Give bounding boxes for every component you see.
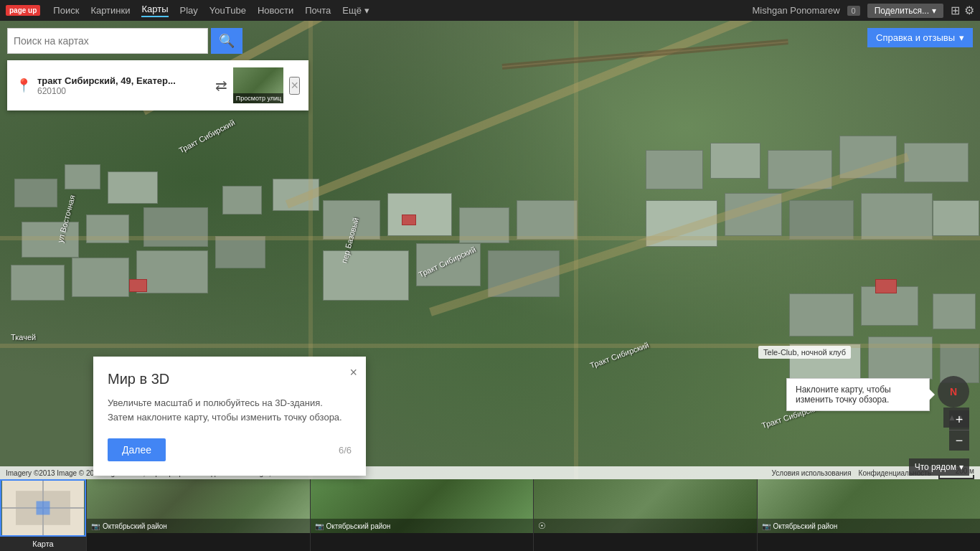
photo-district-label-1: Октябрьский район	[103, 522, 167, 530]
terms-link[interactable]: Условия использования	[772, 469, 852, 477]
bottom-strip: Карта 📷 Октябрьский район 📷 Октябрьский …	[0, 479, 980, 551]
photo-thumb-1[interactable]: 📷 Октябрьский район	[86, 479, 310, 551]
dialog-title: Мир в 3D	[108, 371, 352, 387]
street-view-thumb[interactable]: Просмотр улиц	[233, 67, 283, 103]
photo-thumb-3[interactable]: ☉	[533, 479, 757, 551]
directions-icon[interactable]: ⇄	[215, 77, 227, 94]
help-button[interactable]: Справка и отзывы ▾	[867, 28, 973, 47]
nav-play[interactable]: Play	[180, 5, 198, 16]
photo-bg-3: ☉	[534, 479, 757, 533]
nearby-label: Что рядом	[915, 462, 956, 472]
nearby-arrow: ▾	[959, 462, 963, 472]
search-input-wrap	[7, 28, 208, 54]
nav-right: Mishgan Ponomarew 0 Поделиться... ▾ ⊞ ⚙	[752, 4, 974, 18]
map-mini-svg	[1, 481, 85, 535]
zoom-controls: + −	[949, 410, 969, 451]
user-name: Mishgan Ponomarew	[752, 5, 839, 16]
nav-youtube[interactable]: YouTube	[209, 5, 246, 16]
search-button[interactable]: 🔍	[211, 28, 242, 54]
nav-news[interactable]: Новости	[258, 5, 293, 16]
search-box: 🔍	[7, 28, 242, 54]
search-icon: 🔍	[219, 33, 235, 49]
page-up-badge: page up	[6, 5, 40, 16]
location-sub: 620100	[37, 86, 209, 96]
search-input[interactable]	[14, 35, 202, 47]
share-label: Поделиться...	[875, 6, 929, 16]
nav-images[interactable]: Картинки	[90, 5, 130, 16]
top-navigation: page up Поиск Картинки Карты Play YouTub…	[0, 0, 980, 21]
dialog-page-indicator: 6/6	[339, 445, 352, 456]
nav-mail[interactable]: Почта	[305, 5, 331, 16]
grid-icon[interactable]: ⊞	[951, 4, 960, 17]
camera-icon-2: 📷	[315, 522, 324, 530]
map-mini-preview	[0, 479, 86, 537]
street-view-label: Просмотр улиц	[233, 93, 283, 103]
dialog-footer: Далее 6/6	[108, 438, 352, 461]
nav-more[interactable]: Ещё ▾	[342, 5, 369, 16]
settings-icon[interactable]: ⚙	[964, 4, 974, 17]
photo-district-label-4: Октябрьский район	[773, 522, 838, 530]
notification-badge[interactable]: 0	[847, 6, 860, 16]
tele-club-label: Tele-Club, ночной клуб	[758, 346, 851, 359]
map-container[interactable]: Тракт Сибирский Тракт Сибирский Тракт Си…	[0, 21, 980, 551]
compass-north-indicator: N	[950, 386, 957, 397]
map-thumb-label: Карта	[0, 537, 86, 551]
camera-icon-4: 📷	[762, 522, 771, 530]
tilt-tooltip-arrow	[929, 389, 935, 400]
photo-bg-1: 📷 Октябрьский район	[87, 479, 310, 533]
dialog-close-button[interactable]: ×	[349, 365, 357, 380]
tilt-tooltip-text: Наклоните карту, чтобы изменить точку об…	[796, 385, 891, 405]
help-label: Справка и отзывы	[876, 32, 955, 43]
tilt-tooltip: Наклоните карту, чтобы изменить точку об…	[786, 378, 930, 411]
location-name: тракт Сибирский, 49, Екатер...	[37, 75, 209, 86]
dialog-next-button[interactable]: Далее	[108, 438, 166, 461]
dialog-body: Увеличьте масштаб и полюбуйтесь на 3D-зд…	[108, 396, 352, 424]
zoom-out-button[interactable]: −	[949, 430, 969, 451]
camera-icon-1: 📷	[91, 522, 100, 530]
share-button[interactable]: Поделиться... ▾	[867, 4, 943, 18]
photo-thumb-2[interactable]: 📷 Октябрьский район	[310, 479, 534, 551]
3d-dialog: × Мир в 3D Увеличьте масштаб и полюбуйте…	[93, 357, 366, 476]
photo-district-label-2: Октябрьский район	[326, 522, 391, 530]
compass[interactable]: N	[938, 376, 969, 408]
map-thumbnail[interactable]: Карта	[0, 479, 86, 551]
nav-icons: ⊞ ⚙	[951, 4, 974, 17]
location-card: 📍 тракт Сибирский, 49, Екатер... 620100 …	[7, 60, 308, 110]
nav-maps[interactable]: Карты	[141, 4, 168, 17]
svg-rect-4	[37, 501, 50, 515]
help-arrow: ▾	[959, 32, 964, 43]
nav-search[interactable]: Поиск	[53, 5, 79, 16]
photo-thumb-4[interactable]: 📷 Октябрьский район	[757, 479, 981, 551]
close-location-card-button[interactable]: ×	[289, 77, 300, 95]
location-pin-icon: 📍	[16, 77, 32, 93]
share-arrow: ▾	[932, 6, 936, 16]
photo-bg-2: 📷 Октябрьский район	[311, 479, 534, 533]
nearby-button[interactable]: Что рядом ▾	[909, 458, 969, 476]
location-text: тракт Сибирский, 49, Екатер... 620100	[37, 75, 209, 96]
zoom-in-button[interactable]: +	[949, 410, 969, 430]
photo-bg-4: 📷 Октябрьский район	[758, 479, 981, 533]
streetview-icon: ☉	[538, 521, 546, 531]
